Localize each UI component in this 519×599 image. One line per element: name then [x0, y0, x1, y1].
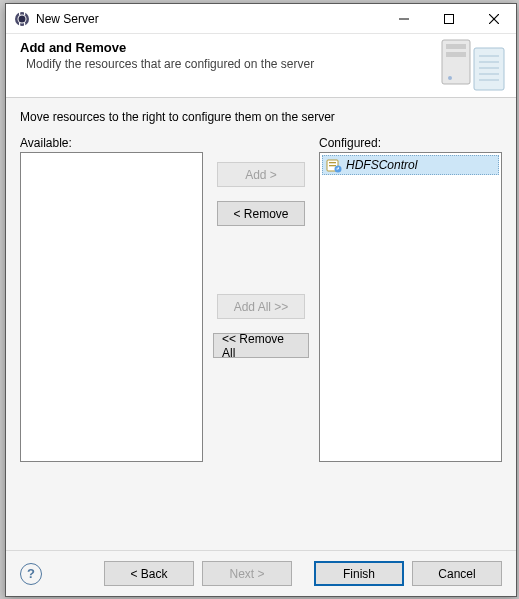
svg-line-10 [489, 14, 499, 24]
available-column: Available: [20, 136, 203, 492]
cancel-button[interactable]: Cancel [412, 561, 502, 586]
server-image-icon [436, 34, 510, 98]
window-title: New Server [36, 12, 381, 26]
list-item[interactable]: HDFSControl [322, 155, 499, 175]
svg-rect-15 [474, 48, 504, 90]
transfer-columns: Available: Add > < Remove Add All >> << … [20, 136, 502, 492]
app-icon [14, 11, 30, 27]
module-icon [326, 157, 342, 173]
svg-rect-4 [24, 12, 25, 15]
svg-rect-3 [19, 12, 20, 15]
titlebar[interactable]: New Server [6, 4, 516, 34]
list-item-label: HDFSControl [346, 158, 417, 172]
svg-rect-13 [446, 52, 466, 57]
svg-rect-12 [446, 44, 466, 49]
wizard-banner: Add and Remove Modify the resources that… [6, 34, 516, 98]
svg-point-14 [448, 76, 452, 80]
wizard-footer: ? < Back Next > Finish Cancel [6, 550, 516, 596]
svg-rect-6 [24, 23, 25, 26]
configured-column: Configured: HDFSControl [319, 136, 502, 492]
remove-all-button[interactable]: << Remove All [213, 333, 309, 358]
configured-listbox[interactable]: HDFSControl [319, 152, 502, 462]
add-all-button[interactable]: Add All >> [217, 294, 305, 319]
available-label: Available: [20, 136, 203, 150]
window-controls [381, 4, 516, 33]
svg-rect-22 [329, 162, 336, 163]
back-button[interactable]: < Back [104, 561, 194, 586]
svg-rect-8 [444, 14, 453, 23]
svg-point-2 [19, 15, 26, 22]
svg-line-9 [489, 14, 499, 24]
help-icon: ? [27, 566, 35, 581]
help-button[interactable]: ? [20, 563, 42, 585]
transfer-buttons: Add > < Remove Add All >> << Remove All [213, 136, 309, 492]
minimize-button[interactable] [381, 4, 426, 33]
add-button[interactable]: Add > [217, 162, 305, 187]
wizard-content: Move resources to the right to configure… [6, 98, 516, 550]
remove-button[interactable]: < Remove [217, 201, 305, 226]
close-button[interactable] [471, 4, 516, 33]
available-listbox[interactable] [20, 152, 203, 462]
maximize-button[interactable] [426, 4, 471, 33]
svg-rect-5 [19, 23, 20, 26]
next-button[interactable]: Next > [202, 561, 292, 586]
dialog-window: New Server Add and Remove Modify the res… [5, 3, 517, 597]
svg-rect-23 [329, 165, 336, 166]
content-bottom-space [20, 492, 502, 542]
finish-button[interactable]: Finish [314, 561, 404, 586]
banner-subheading: Modify the resources that are configured… [26, 57, 502, 71]
configured-label: Configured: [319, 136, 502, 150]
instruction-text: Move resources to the right to configure… [20, 110, 502, 124]
banner-heading: Add and Remove [20, 40, 502, 55]
